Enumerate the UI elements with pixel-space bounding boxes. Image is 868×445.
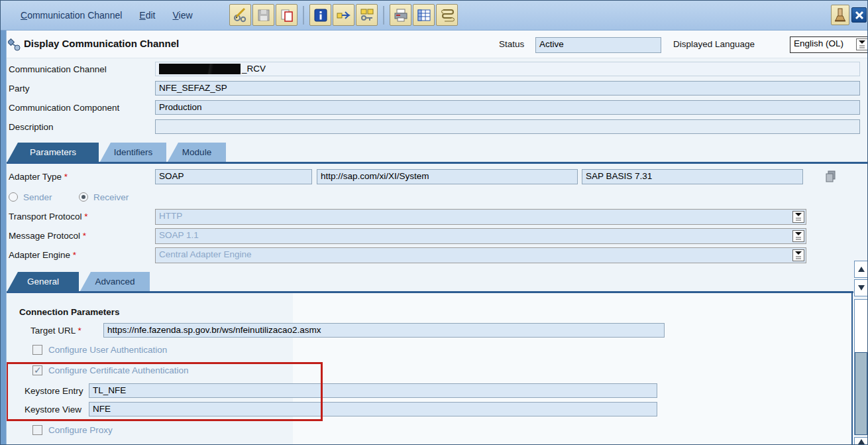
configure-proxy-checkbox[interactable] <box>32 425 42 435</box>
message-protocol-dropdown-icon[interactable] <box>792 230 804 242</box>
close-button[interactable] <box>851 7 867 23</box>
menu-items: Communication Channel Edit View <box>21 1 193 30</box>
communication-channel-field: _RCV <box>155 62 860 76</box>
exit-session-button[interactable] <box>831 5 849 25</box>
down-arrow-icon <box>858 285 865 290</box>
description-field <box>155 119 860 134</box>
scroll-up-button-bottom[interactable] <box>854 437 868 445</box>
required-marker: * <box>83 231 86 241</box>
scroll-icon <box>439 7 455 23</box>
page-title: Display Communication Channel <box>24 38 179 49</box>
info-icon <box>313 8 328 23</box>
up-arrow-icon <box>858 439 865 444</box>
dropdown-list-icon <box>858 40 866 49</box>
print-button[interactable] <box>390 4 411 26</box>
adapter-swcv-field: SAP BASIS 7.31 <box>582 169 803 184</box>
menu-view[interactable]: View <box>172 10 192 21</box>
adapter-namespace-field: http://sap.com/xi/XI/System <box>317 169 578 184</box>
adapter-engine-dropdown-icon[interactable] <box>792 249 804 261</box>
party-field: NFE_SEFAZ_SP <box>155 81 860 95</box>
application-window: Communication Channel Edit View <box>0 0 868 445</box>
printer-icon <box>393 7 409 23</box>
communication-channel-value: _RCV <box>242 64 266 74</box>
required-marker: * <box>78 326 81 336</box>
status-field: Active <box>535 37 661 53</box>
configure-user-auth-label: Configure User Authentication <box>48 345 167 355</box>
object-header: Display Communication Channel Status Act… <box>1 31 868 58</box>
required-marker: * <box>84 212 87 222</box>
adapter-engine-field: Central Adapter Engine <box>155 247 806 263</box>
target-url-field: https://nfe.fazenda.sp.gov.br/ws/nfeinut… <box>103 323 665 338</box>
message-protocol-label: Message Protocol * <box>9 231 86 241</box>
status-label: Status <box>499 39 524 49</box>
tab-general[interactable]: General <box>7 272 79 291</box>
menu-bar: Communication Channel Edit View <box>1 1 868 31</box>
description-label: Description <box>9 122 54 132</box>
displayed-language-label: Displayed Language <box>673 39 755 49</box>
where-used-icon <box>336 7 352 23</box>
adapter-type-label: Adapter Type * <box>9 172 68 182</box>
pages-icon <box>824 170 838 183</box>
dropdown-list-icon <box>794 231 802 241</box>
close-icon <box>855 11 864 20</box>
switch-display-edit-button[interactable] <box>229 4 251 26</box>
save-icon <box>256 8 271 23</box>
tab-advanced[interactable]: Advanced <box>80 272 150 291</box>
adapter-engine-label: Adapter Engine * <box>9 250 76 260</box>
table-view-button[interactable] <box>413 4 435 26</box>
scroll-down-button[interactable] <box>854 279 868 296</box>
log-view-button[interactable] <box>436 4 458 26</box>
up-arrow-icon <box>858 267 865 272</box>
save-button[interactable] <box>252 4 274 26</box>
scrollbar-thumb[interactable] <box>855 352 867 435</box>
configure-user-auth-checkbox[interactable] <box>32 345 42 355</box>
sender-label: Sender <box>23 192 52 202</box>
tab-identifiers[interactable]: Identifiers <box>100 143 166 162</box>
transport-protocol-field: HTTP <box>155 209 806 225</box>
communication-component-label: Communication Component <box>9 103 119 113</box>
menu-communication-channel[interactable]: Communication Channel <box>21 10 122 21</box>
toolbar <box>229 4 458 26</box>
pencil-glasses-icon <box>233 7 248 23</box>
toolbar-separator <box>383 6 384 25</box>
annotation-highlight-box <box>6 362 323 421</box>
window-controls <box>831 5 867 25</box>
scroll-up-button[interactable] <box>854 261 868 278</box>
toolbar-separator <box>303 6 304 25</box>
party-label: Party <box>9 84 30 94</box>
where-used-button[interactable] <box>333 4 354 26</box>
connection-parameters-heading: Connection Parameters <box>19 307 120 317</box>
transport-protocol-label: Transport Protocol * <box>9 212 88 222</box>
sender-radio[interactable] <box>9 192 18 202</box>
panel-right-border <box>851 291 853 445</box>
communication-channel-icon <box>8 38 21 52</box>
redacted-text <box>159 64 241 74</box>
general-panel-bg <box>293 293 853 445</box>
adapter-type-field: SOAP <box>155 169 312 184</box>
info-button[interactable] <box>309 4 331 26</box>
dropdown-list-icon <box>794 251 802 260</box>
copy-button[interactable] <box>276 4 298 26</box>
references-key-icon <box>359 7 375 23</box>
required-marker: * <box>73 250 76 260</box>
table-icon <box>417 8 431 23</box>
tab-module[interactable]: Module <box>168 143 226 162</box>
required-marker: * <box>64 172 68 182</box>
communication-channel-label: Communication Channel <box>9 64 107 74</box>
copy-icon <box>280 8 294 23</box>
copy-adapter-icon[interactable] <box>824 170 838 186</box>
dropdown-list-icon <box>794 212 802 222</box>
message-protocol-field: SOAP 1.1 <box>155 228 806 244</box>
target-url-label: Target URL * <box>30 326 81 336</box>
tab-underline <box>1 162 868 164</box>
receiver-radio[interactable] <box>79 192 88 202</box>
language-dropdown-icon[interactable] <box>856 38 868 50</box>
transport-protocol-dropdown-icon[interactable] <box>792 211 804 223</box>
receiver-label: Receiver <box>93 192 129 202</box>
left-border-strip <box>1 31 7 445</box>
references-button[interactable] <box>356 4 378 26</box>
hat-icon <box>833 7 847 23</box>
communication-component-field: Production <box>155 100 860 115</box>
tab-parameters[interactable]: Parameters <box>7 143 99 162</box>
menu-edit[interactable]: Edit <box>139 10 155 21</box>
